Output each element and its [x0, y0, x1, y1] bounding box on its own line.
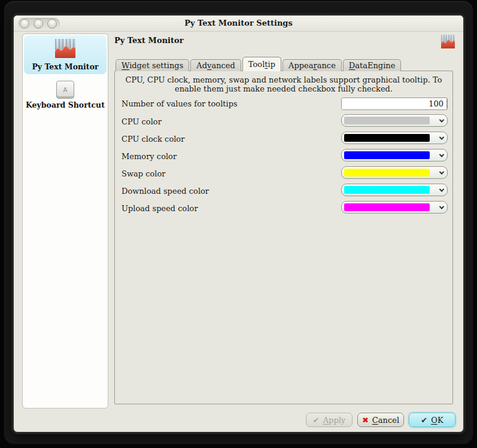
tooltip-values-spinbox — [341, 97, 448, 110]
color-row-label: Download speed color — [121, 187, 209, 196]
check-icon: ✔ — [421, 416, 427, 425]
memory-color-dropdown[interactable] — [341, 149, 448, 161]
cpu-color-dropdown[interactable] — [341, 114, 448, 127]
color-swatch — [344, 169, 430, 176]
color-row-label: CPU color — [121, 117, 162, 126]
chevron-down-icon — [439, 187, 444, 191]
settings-dialog-window: Py Text Monitor Settings Py Text Monitor… — [13, 15, 464, 432]
sidebar: Py Text Monitor A Keyboard Shortcut — [22, 33, 108, 409]
sidebar-item-keyboard-shortcut[interactable]: A Keyboard Shortcut — [24, 75, 107, 112]
download-speed-color-dropdown[interactable] — [341, 184, 448, 196]
color-row-label: Memory color — [121, 152, 177, 161]
spin-row-label: Number of values for tooltips — [121, 99, 238, 108]
keycap-letter: A — [63, 87, 68, 93]
color-swatch — [344, 134, 430, 142]
upload-speed-color-dropdown[interactable] — [341, 201, 448, 214]
color-swatch — [344, 151, 430, 159]
spin-down-button[interactable] — [447, 104, 448, 109]
x-icon: ✖ — [362, 416, 369, 425]
color-swatch — [344, 186, 430, 194]
page-title: Py Text Monitor — [114, 36, 184, 45]
sidebar-item-label: Py Text Monitor — [24, 62, 107, 71]
window-title: Py Text Monitor Settings — [14, 19, 463, 28]
color-row-label: CPU clock color — [121, 135, 184, 144]
swap-color-dropdown[interactable] — [341, 166, 448, 179]
cpu-clock-color-dropdown[interactable] — [341, 132, 448, 144]
tab-dataengine[interactable]: DataEngine — [343, 59, 402, 71]
apply-button[interactable]: ✔ Apply — [306, 413, 353, 427]
color-row-label: Swap color — [121, 169, 166, 178]
tab-tooltip[interactable]: Tooltip — [242, 57, 281, 71]
titlebar: Py Text Monitor Settings — [14, 16, 463, 32]
chevron-down-icon — [439, 152, 444, 157]
ok-button[interactable]: ✔ OK — [409, 413, 455, 427]
spinner-buttons — [446, 98, 448, 109]
chevron-down-icon — [439, 135, 444, 139]
tab-advanced[interactable]: Advanced — [190, 59, 241, 71]
color-swatch — [344, 203, 430, 211]
tooltip-description-text: CPU, CPU clock, memory, swap and network… — [121, 75, 446, 93]
keyboard-key-icon: A — [56, 81, 74, 99]
tab-appearance[interactable]: Appearance — [282, 59, 342, 71]
tabbar: Widget settings Advanced Tooltip Appeara… — [116, 57, 402, 71]
chevron-up-icon — [446, 99, 448, 103]
chevron-down-icon — [439, 117, 444, 122]
cancel-button[interactable]: ✖ Cancel — [357, 413, 404, 427]
sidebar-item-py-text-monitor[interactable]: Py Text Monitor — [24, 35, 107, 74]
color-row-label: Upload speed color — [121, 204, 198, 213]
tab-widget-settings[interactable]: Widget settings — [116, 59, 189, 71]
chevron-down-icon — [439, 169, 444, 174]
monitor-graph-icon — [55, 39, 75, 58]
chevron-down-icon — [446, 104, 448, 108]
spin-up-button[interactable] — [447, 98, 448, 104]
tooltip-values-input[interactable] — [342, 98, 446, 109]
color-swatch — [344, 117, 430, 124]
check-icon: ✔ — [313, 416, 320, 425]
sidebar-item-label: Keyboard Shortcut — [24, 100, 107, 109]
monitor-graph-icon — [441, 35, 455, 48]
tab-content-frame: CPU, CPU clock, memory, swap and network… — [114, 71, 453, 404]
chevron-down-icon — [439, 204, 444, 209]
